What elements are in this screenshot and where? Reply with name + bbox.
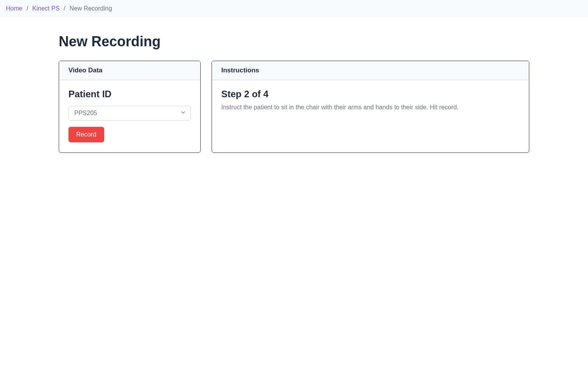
breadcrumb-current: New Recording [70,5,112,12]
instructions-panel-header: Instructions [212,61,529,80]
page-title: New Recording [59,33,529,50]
breadcrumb-link-kinect-ps[interactable]: Kinect PS [32,5,60,12]
patient-id-label: Patient ID [68,89,191,100]
video-data-panel: Video Data Patient ID PPS205 Record [59,61,201,153]
breadcrumb-link-home[interactable]: Home [6,5,23,12]
breadcrumb: Home / Kinect PS / New Recording [0,0,588,17]
patient-id-select[interactable]: PPS205 [68,106,191,121]
record-button[interactable]: Record [68,127,104,142]
step-text: Instruct the patient to sit in the chair… [221,103,520,112]
breadcrumb-separator: / [26,5,28,12]
video-data-panel-header: Video Data [59,61,200,80]
breadcrumb-separator: / [64,5,65,12]
step-title: Step 2 of 4 [221,89,520,100]
instructions-panel: Instructions Step 2 of 4 Instruct the pa… [212,61,529,153]
